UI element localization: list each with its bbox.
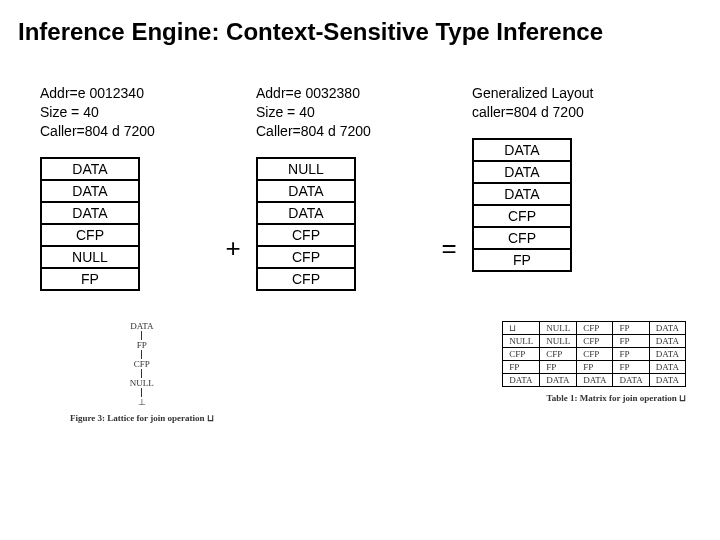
figure-lattice: DATA FP CFP NULL ⊥ Figure 3: Lattice for… [70, 321, 214, 423]
block-a: Addr=e 0012340 Size = 40 Caller=804 d 72… [40, 84, 210, 291]
block-c: Generalized Layout caller=804 d 7200 DAT… [472, 84, 622, 272]
matrix-row-header: DATA [503, 373, 540, 386]
figures-row: DATA FP CFP NULL ⊥ Figure 3: Lattice for… [0, 291, 720, 423]
lattice-node: ⊥ [138, 397, 146, 407]
block-a-header: Addr=e 0012340 Size = 40 Caller=804 d 72… [40, 84, 155, 141]
page-title: Inference Engine: Context-Sensitive Type… [0, 0, 720, 46]
block-c-stack: DATA DATA DATA CFP CFP FP [472, 138, 572, 272]
matrix-cell: FP [540, 360, 577, 373]
matrix-cell: CFP [577, 334, 613, 347]
matrix-col-header: FP [613, 321, 649, 334]
matrix-cell: DATA [577, 373, 613, 386]
matrix-row: FP FP FP FP DATA [503, 360, 686, 373]
figure-matrix: ⊔ NULL CFP FP DATA NULL NULL CFP FP DATA… [502, 321, 686, 423]
matrix-cell: DATA [540, 373, 577, 386]
block-b: Addr=e 0032380 Size = 40 Caller=804 d 72… [256, 84, 426, 291]
block-b-cell: CFP [258, 247, 354, 269]
block-c-cell: FP [474, 250, 570, 270]
matrix-col-header: DATA [649, 321, 685, 334]
block-c-cell: DATA [474, 184, 570, 206]
block-a-cell: CFP [42, 225, 138, 247]
matrix-col-header: NULL [540, 321, 577, 334]
block-a-cell: DATA [42, 159, 138, 181]
matrix-row: NULL NULL CFP FP DATA [503, 334, 686, 347]
lattice-edge [141, 369, 142, 378]
lattice-edge [141, 350, 142, 359]
matrix-row-header: CFP [503, 347, 540, 360]
matrix-row: CFP CFP CFP FP DATA [503, 347, 686, 360]
matrix-cell: CFP [577, 347, 613, 360]
block-c-cell: CFP [474, 228, 570, 250]
lattice-node: DATA [130, 321, 153, 331]
block-c-cell: DATA [474, 162, 570, 184]
matrix-cell: DATA [649, 373, 685, 386]
block-a-cell: NULL [42, 247, 138, 269]
lattice-node: CFP [134, 359, 150, 369]
matrix-cell: DATA [649, 347, 685, 360]
block-b-cell: DATA [258, 203, 354, 225]
matrix-cell: DATA [613, 373, 649, 386]
matrix-cell: FP [613, 347, 649, 360]
lattice-edge [141, 331, 142, 340]
block-b-cell: NULL [258, 159, 354, 181]
matrix-row-header: NULL [503, 334, 540, 347]
matrix-cell: DATA [649, 360, 685, 373]
matrix-col-header: CFP [577, 321, 613, 334]
equals-operator: = [426, 111, 472, 264]
block-c-header: Generalized Layout caller=804 d 7200 [472, 84, 593, 122]
matrix-row-header: FP [503, 360, 540, 373]
block-b-cell: DATA [258, 181, 354, 203]
matrix-header-row: ⊔ NULL CFP FP DATA [503, 321, 686, 334]
matrix-cell: DATA [649, 334, 685, 347]
block-c-cell: DATA [474, 140, 570, 162]
block-b-header: Addr=e 0032380 Size = 40 Caller=804 d 72… [256, 84, 371, 141]
matrix-cell: FP [613, 360, 649, 373]
block-a-cell: FP [42, 269, 138, 289]
block-a-cell: DATA [42, 181, 138, 203]
lattice-node: FP [137, 340, 147, 350]
lattice-node: NULL [130, 378, 154, 388]
matrix-cell: NULL [540, 334, 577, 347]
block-a-cell: DATA [42, 203, 138, 225]
matrix-cell: FP [613, 334, 649, 347]
diagram-row: Addr=e 0012340 Size = 40 Caller=804 d 72… [0, 84, 720, 291]
block-b-cell: CFP [258, 269, 354, 289]
join-matrix: ⊔ NULL CFP FP DATA NULL NULL CFP FP DATA… [502, 321, 686, 387]
block-b-stack: NULL DATA DATA CFP CFP CFP [256, 157, 356, 291]
block-a-stack: DATA DATA DATA CFP NULL FP [40, 157, 140, 291]
lattice-caption: Figure 3: Lattice for join operation ⊔ [70, 413, 214, 423]
plus-operator: + [210, 111, 256, 264]
matrix-corner: ⊔ [503, 321, 540, 334]
block-c-cell: CFP [474, 206, 570, 228]
matrix-cell: FP [577, 360, 613, 373]
block-b-cell: CFP [258, 225, 354, 247]
matrix-cell: CFP [540, 347, 577, 360]
lattice-diagram: DATA FP CFP NULL ⊥ [70, 321, 214, 407]
lattice-edge [141, 388, 142, 397]
matrix-caption: Table 1: Matrix for join operation ⊔ [547, 393, 687, 403]
matrix-row: DATA DATA DATA DATA DATA [503, 373, 686, 386]
